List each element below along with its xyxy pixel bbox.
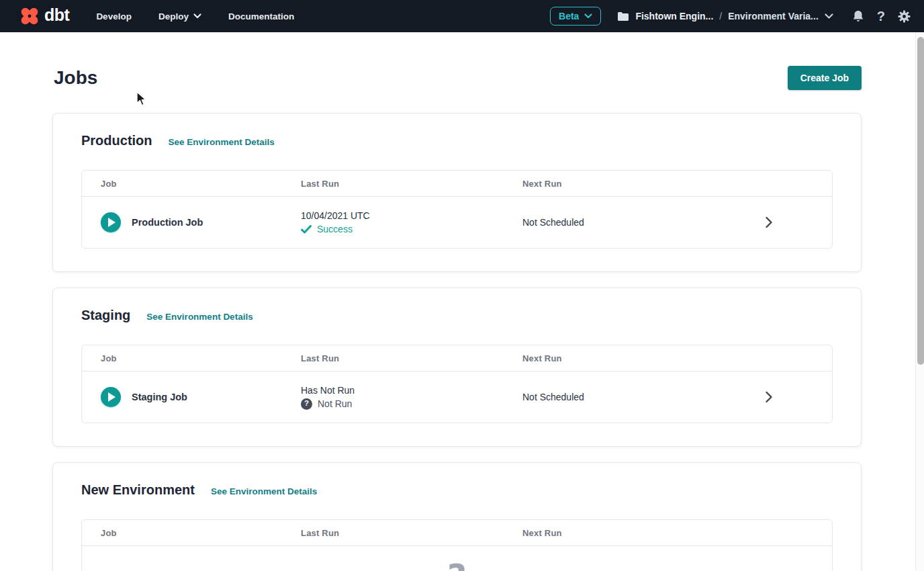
beta-dropdown[interactable]: Beta	[550, 7, 601, 26]
environment-card-new-environment: New Environment See Environment Details …	[52, 462, 862, 571]
chevron-down-icon[interactable]	[825, 13, 833, 19]
breadcrumb: Fishtown Engin... / Environment Varia...	[617, 11, 833, 21]
play-icon	[108, 218, 116, 227]
chevron-right-icon[interactable]	[765, 216, 773, 228]
job-row-staging-job[interactable]: Staging Job Has Not Run ? Not Run Not Sc…	[82, 371, 832, 423]
dbt-logo[interactable]: dbt	[19, 5, 69, 27]
vertical-scrollbar[interactable]	[915, 32, 924, 571]
column-header-last-run: Last Run	[301, 353, 522, 363]
nav-item-deploy[interactable]: Deploy	[158, 11, 201, 21]
job-name: Production Job	[132, 217, 203, 228]
breadcrumb-separator: /	[719, 11, 722, 21]
last-run-date: Has Not Run	[301, 385, 522, 396]
job-name: Staging Job	[132, 392, 187, 402]
play-icon	[108, 392, 116, 402]
nav-deploy-label: Deploy	[158, 11, 189, 21]
see-environment-details-link[interactable]: See Environment Details	[169, 137, 275, 147]
gear-icon[interactable]	[898, 10, 911, 23]
breadcrumb-project[interactable]: Fishtown Engin...	[635, 11, 713, 21]
see-environment-details-link[interactable]: See Environment Details	[146, 312, 252, 322]
primary-nav: Develop Deploy Documentation	[96, 11, 294, 21]
page-title: Jobs	[52, 67, 97, 89]
run-job-play-button[interactable]	[101, 212, 121, 232]
environment-card-staging: Staging See Environment Details Job Last…	[52, 288, 862, 447]
chevron-down-icon	[584, 13, 592, 19]
last-run-status: Not Run	[318, 398, 352, 409]
next-run-value: Not Scheduled	[522, 217, 584, 228]
nav-develop-label: Develop	[96, 11, 132, 21]
jobs-table: Job Last Run Next Run ?	[81, 519, 833, 571]
column-header-job: Job	[82, 179, 301, 189]
bell-icon[interactable]	[852, 10, 864, 23]
brand-name: dbt	[44, 7, 69, 26]
top-navbar: dbt Develop Deploy Documentation Beta Fi…	[0, 0, 924, 32]
beta-label: Beta	[559, 11, 579, 21]
chevron-right-icon[interactable]	[765, 391, 773, 403]
nav-documentation-label: Documentation	[228, 11, 294, 21]
help-icon[interactable]: ?	[877, 9, 885, 23]
environment-card-production: Production See Environment Details Job L…	[52, 113, 862, 272]
success-check-icon	[301, 225, 312, 234]
last-run-date: 10/04/2021 UTC	[301, 210, 522, 221]
jobs-page: Jobs Create Job Production See Environme…	[0, 32, 924, 571]
breadcrumb-page[interactable]: Environment Varia...	[728, 11, 819, 21]
scrollbar-thumb[interactable]	[917, 37, 924, 365]
see-environment-details-link[interactable]: See Environment Details	[211, 486, 317, 496]
dbt-logo-icon	[19, 5, 40, 27]
last-run-status: Success	[317, 224, 353, 234]
folder-icon	[617, 11, 629, 21]
column-header-job: Job	[82, 528, 301, 538]
column-header-next-run: Next Run	[522, 179, 832, 189]
jobs-table: Job Last Run Next Run Staging Job Has No…	[81, 345, 833, 423]
column-header-next-run: Next Run	[522, 353, 832, 363]
run-job-play-button[interactable]	[101, 387, 121, 407]
empty-jobs-row: ?	[82, 546, 832, 571]
column-header-job: Job	[82, 353, 301, 363]
question-mark-icon: ?	[447, 560, 467, 571]
jobs-table: Job Last Run Next Run Production Job 10/…	[81, 170, 833, 249]
environment-name: New Environment	[81, 480, 195, 499]
chevron-down-icon	[193, 13, 201, 19]
column-header-next-run: Next Run	[522, 528, 832, 538]
environment-name: Production	[81, 131, 152, 150]
next-run-value: Not Scheduled	[522, 392, 584, 402]
not-run-question-icon: ?	[301, 398, 312, 410]
job-row-production-job[interactable]: Production Job 10/04/2021 UTC Success No…	[82, 197, 832, 248]
column-header-last-run: Last Run	[301, 179, 522, 189]
nav-item-develop[interactable]: Develop	[96, 11, 132, 21]
nav-item-documentation[interactable]: Documentation	[228, 11, 294, 21]
create-job-button[interactable]: Create Job	[788, 66, 862, 90]
column-header-last-run: Last Run	[301, 528, 522, 538]
environment-name: Staging	[81, 306, 130, 324]
